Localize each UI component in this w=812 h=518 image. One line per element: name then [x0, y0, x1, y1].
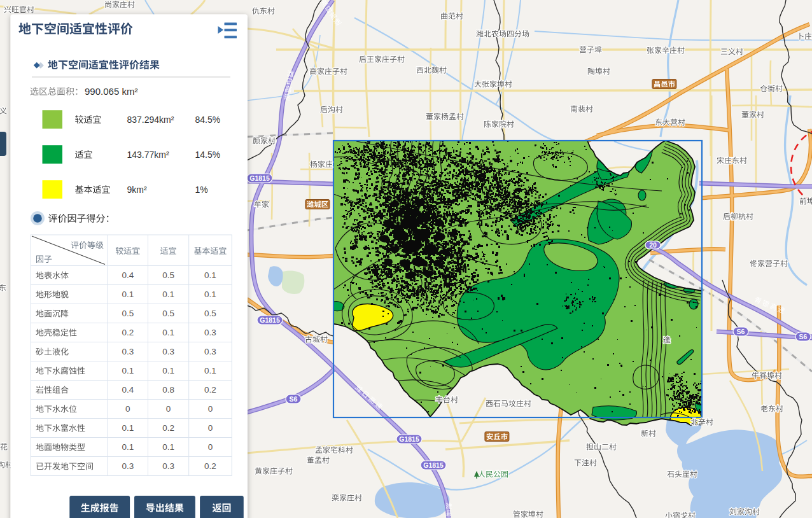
svg-text:0.5: 0.5	[162, 309, 174, 318]
svg-text:0: 0	[166, 404, 171, 414]
svg-text:0: 0	[208, 423, 213, 433]
svg-text:G1815: G1815	[260, 316, 280, 324]
svg-text:84.5%: 84.5%	[195, 115, 221, 125]
svg-text:1%: 1%	[195, 185, 208, 195]
svg-text:0.1: 0.1	[204, 270, 216, 280]
svg-text:0.1: 0.1	[122, 290, 134, 299]
svg-text:0.1: 0.1	[122, 423, 134, 433]
svg-text:0.5: 0.5	[204, 309, 216, 318]
svg-text:0.1: 0.1	[162, 442, 174, 452]
svg-text:0.1: 0.1	[204, 290, 216, 299]
svg-text:0.3: 0.3	[122, 347, 134, 356]
svg-text:14.5%: 14.5%	[195, 150, 221, 160]
svg-text:0.1: 0.1	[162, 290, 174, 299]
svg-text:G1815: G1815	[399, 435, 419, 443]
svg-text:S6: S6	[799, 333, 808, 340]
svg-text:0.1: 0.1	[122, 442, 134, 452]
svg-text:S6: S6	[737, 328, 745, 335]
svg-text:0: 0	[125, 404, 130, 414]
svg-text:0.2: 0.2	[204, 461, 216, 471]
svg-text:0.3: 0.3	[204, 328, 216, 337]
svg-text:143.77km²: 143.77km²	[127, 150, 169, 160]
svg-text:0.2: 0.2	[122, 328, 134, 337]
svg-text:9km²: 9km²	[127, 185, 147, 195]
svg-text:0.1: 0.1	[162, 328, 174, 337]
svg-text:0.5: 0.5	[162, 270, 174, 280]
svg-text:990.065 km²: 990.065 km²	[85, 86, 137, 97]
svg-text:0.8: 0.8	[162, 385, 174, 395]
svg-text:0.1: 0.1	[162, 366, 174, 375]
svg-text:S6: S6	[290, 395, 298, 403]
svg-text:20: 20	[649, 241, 657, 249]
svg-text:837.294km²: 837.294km²	[127, 115, 174, 125]
svg-text:G1815: G1815	[423, 461, 444, 469]
svg-text:0.4: 0.4	[122, 270, 134, 280]
svg-text:0.5: 0.5	[122, 309, 134, 318]
svg-text:0.1: 0.1	[204, 366, 216, 375]
svg-text:0: 0	[208, 404, 213, 414]
svg-text:0.3: 0.3	[162, 347, 174, 356]
svg-text:0.3: 0.3	[122, 461, 134, 471]
svg-text:0: 0	[208, 442, 213, 452]
svg-text:0.2: 0.2	[162, 423, 174, 433]
svg-text:0.2: 0.2	[204, 385, 216, 395]
svg-text:0.1: 0.1	[122, 366, 134, 375]
svg-text:0.3: 0.3	[162, 461, 174, 471]
svg-text:G1815: G1815	[249, 174, 270, 182]
svg-text:0.3: 0.3	[204, 347, 216, 356]
svg-text:0.4: 0.4	[122, 385, 134, 395]
